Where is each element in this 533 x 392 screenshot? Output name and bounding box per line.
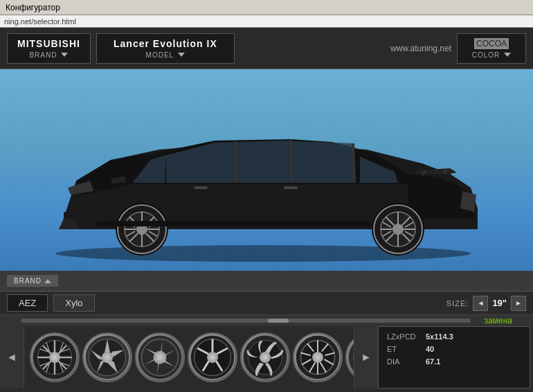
brand-xylo[interactable]: Xylo bbox=[53, 294, 94, 312]
model-selector[interactable]: Lancer Evolution IX MODEL bbox=[96, 33, 235, 64]
scroll-track[interactable] bbox=[21, 319, 471, 323]
spec-val-et: 40 bbox=[426, 345, 434, 353]
spec-row-dia: DIA 67.1 bbox=[387, 357, 521, 366]
brand-tag[interactable]: BRAND bbox=[7, 275, 58, 287]
spec-key-lzxpcd: LZxPCD bbox=[387, 332, 415, 341]
spec-val-dia: 67.1 bbox=[426, 357, 440, 366]
brand-value: MITSUBISHI bbox=[17, 38, 80, 49]
car-image bbox=[21, 112, 505, 264]
brand-sort-arrow bbox=[44, 279, 51, 283]
spec-row-et: ET 40 bbox=[387, 345, 521, 353]
brand-bar: BRAND bbox=[0, 271, 533, 292]
top-bar: MITSUBISHI BRAND Lancer Evolution IX MOD… bbox=[0, 28, 533, 69]
scroll-thumb[interactable] bbox=[268, 319, 289, 323]
svg-point-44 bbox=[50, 353, 59, 362]
main-container: MITSUBISHI BRAND Lancer Evolution IX MOD… bbox=[0, 28, 533, 392]
svg-point-64 bbox=[138, 335, 182, 380]
scroll-area: замена bbox=[0, 315, 533, 326]
url-text: ning.net/selector.html bbox=[4, 17, 76, 26]
title-text: Конфигуратор bbox=[6, 3, 60, 12]
spec-row-lzxpcd: LZxPCD 5x114.3 bbox=[387, 332, 521, 341]
wheel-item-6[interactable] bbox=[293, 332, 343, 382]
url-bar: ning.net/selector.html bbox=[0, 15, 533, 28]
wheel-item-3[interactable] bbox=[135, 332, 185, 382]
size-increase-button[interactable]: ► bbox=[511, 296, 526, 311]
model-bar: AEZ Xylo Size: ◄ 19" ► bbox=[0, 292, 533, 315]
website-label: www.atuning.net bbox=[390, 44, 451, 53]
wheel-item-2[interactable] bbox=[82, 332, 132, 382]
size-value: 19" bbox=[492, 298, 507, 308]
color-dropdown-label: COLOR bbox=[472, 51, 500, 59]
model-dropdown-arrow bbox=[178, 53, 185, 57]
brand-aez[interactable]: AEZ bbox=[7, 294, 48, 312]
svg-rect-39 bbox=[194, 186, 208, 189]
title-bar: Конфигуратор bbox=[0, 0, 533, 15]
color-dropdown-arrow bbox=[504, 53, 511, 57]
bottom-controls: BRAND AEZ Xylo Size: ◄ 19" ► bbox=[0, 271, 533, 392]
model-dropdown-label: MODEL bbox=[146, 51, 174, 59]
spec-val-lzxpcd: 5x114.3 bbox=[426, 332, 453, 341]
wheels-scroll-left[interactable]: ◄ bbox=[0, 326, 24, 389]
color-selector[interactable]: COCOA COLOR bbox=[457, 33, 526, 64]
brand-selector[interactable]: MITSUBISHI BRAND bbox=[7, 33, 91, 64]
wheel-item-4[interactable] bbox=[188, 332, 237, 382]
wheel-item-5[interactable] bbox=[240, 332, 290, 382]
svg-rect-41 bbox=[97, 221, 370, 226]
brand-dropdown-arrow bbox=[61, 53, 68, 57]
wheel-item-1[interactable] bbox=[30, 332, 80, 382]
svg-rect-6 bbox=[64, 212, 84, 217]
svg-point-69 bbox=[208, 353, 217, 362]
wheel-item-7[interactable] bbox=[345, 332, 354, 382]
spec-key-dia: DIA bbox=[387, 357, 415, 366]
specs-panel: LZxPCD 5x114.3 ET 40 DIA 67.1 bbox=[378, 326, 530, 389]
svg-rect-40 bbox=[284, 186, 298, 189]
spec-key-et: ET bbox=[387, 345, 415, 353]
brand-tag-label: BRAND bbox=[14, 277, 42, 285]
brand-dropdown-label: BRAND bbox=[29, 51, 57, 59]
svg-point-77 bbox=[260, 352, 270, 362]
size-decrease-button[interactable]: ◄ bbox=[473, 296, 488, 311]
svg-point-80 bbox=[313, 353, 322, 362]
svg-point-63 bbox=[102, 352, 112, 362]
svg-point-91 bbox=[348, 335, 354, 380]
model-value: Lancer Evolution IX bbox=[114, 38, 217, 49]
wheels-area: ◄ bbox=[0, 326, 533, 389]
size-label: Size: bbox=[446, 299, 469, 308]
color-swatch: COCOA bbox=[474, 38, 509, 49]
wheels-list bbox=[24, 327, 354, 388]
replacement-label: замена bbox=[485, 316, 512, 326]
svg-point-26 bbox=[392, 224, 404, 235]
svg-line-3 bbox=[353, 143, 354, 183]
size-control: Size: ◄ 19" ► bbox=[446, 296, 526, 311]
car-display bbox=[0, 69, 533, 271]
wheels-scroll-right[interactable]: ► bbox=[354, 326, 378, 389]
